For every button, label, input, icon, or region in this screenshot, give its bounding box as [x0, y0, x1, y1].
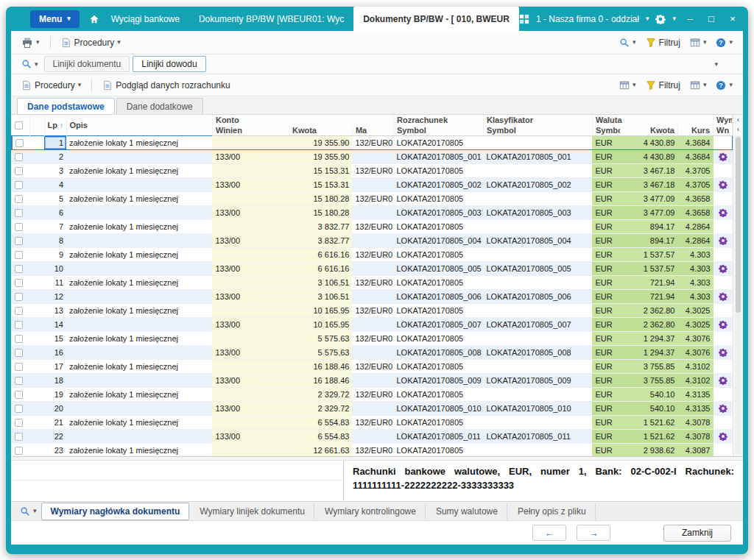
row-checkbox[interactable]: [15, 419, 23, 427]
tab-wymiary-kontrolingowe[interactable]: Wymiary kontrolingowe: [316, 503, 426, 520]
table-row[interactable]: 4133/0015 153.31LOKATA20170805_002LOKATA…: [12, 177, 733, 191]
collapse-ribbon-chevron[interactable]: ▾: [714, 61, 718, 68]
view-selector-button[interactable]: ▾: [616, 79, 639, 92]
col-waluta-kwota[interactable]: Kwota: [620, 125, 677, 135]
col-kwota[interactable]: Kwota: [289, 125, 352, 135]
table-row[interactable]: 11założenie lokaty 1 miesięcznej3 106.51…: [12, 275, 733, 289]
menu-button[interactable]: Menu ▾: [30, 10, 80, 28]
gear-icon[interactable]: [719, 348, 727, 357]
row-checkbox[interactable]: [15, 405, 23, 413]
table-row[interactable]: 10133/006 616.16LOKATA20170805_005LOKATA…: [12, 261, 733, 275]
table-row[interactable]: 13założenie lokaty 1 miesięcznej10 165.9…: [12, 303, 733, 317]
row-checkbox[interactable]: [15, 377, 23, 385]
row-checkbox[interactable]: [15, 433, 23, 441]
table-row[interactable]: 9założenie lokaty 1 miesięcznej6 616.161…: [12, 247, 733, 261]
gear-icon[interactable]: [719, 376, 727, 385]
table-row[interactable]: 21założenie lokaty 1 miesięcznej6 554.83…: [12, 415, 733, 429]
gear-icon[interactable]: [719, 264, 727, 273]
row-checkbox[interactable]: [15, 307, 23, 315]
prev-button[interactable]: ←: [532, 525, 566, 541]
zoom-table-button[interactable]: ▾: [616, 36, 639, 49]
row-checkbox[interactable]: [15, 279, 23, 287]
row-checkbox[interactable]: [15, 321, 23, 329]
gear-icon[interactable]: [719, 236, 727, 245]
search-list-button[interactable]: ▾: [18, 57, 41, 71]
row-checkbox[interactable]: [15, 265, 23, 273]
help-button[interactable]: ▾: [713, 36, 736, 49]
maximize-button[interactable]: □: [704, 13, 719, 24]
collapse-left-icon[interactable]: ‹: [737, 115, 739, 124]
table-row[interactable]: 16133/005 575.63LOKATA20170805_008LOKATA…: [12, 345, 733, 359]
scrollbar-thumb[interactable]: [736, 137, 741, 313]
table-row[interactable]: 23założenie lokaty 1 miesięcznej12 661.6…: [12, 443, 733, 456]
tab-linijki-dowodu[interactable]: Linijki dowodu: [133, 56, 205, 72]
col-klasyfikator-symbol[interactable]: Symbol: [483, 125, 592, 135]
table-row[interactable]: 1założenie lokaty 1 miesięcznej19 355.90…: [12, 135, 733, 149]
table-row[interactable]: 17założenie lokaty 1 miesięcznej16 188.4…: [12, 359, 733, 373]
table-row[interactable]: 19założenie lokaty 1 miesięcznej2 329.72…: [12, 387, 733, 401]
row-checkbox[interactable]: [15, 167, 23, 175]
titlebar-tab-wyciagi[interactable]: Wyciągi bankowe: [102, 7, 189, 31]
gear-icon[interactable]: [719, 208, 727, 217]
row-checkbox[interactable]: [15, 153, 23, 161]
zamknij-button[interactable]: Zamknij: [663, 525, 731, 542]
gear-icon[interactable]: [655, 14, 666, 24]
gear-icon[interactable]: [719, 320, 727, 329]
tab-dane-dodatkowe[interactable]: Dane dodatkowe: [116, 98, 203, 114]
header-checkbox[interactable]: [15, 121, 23, 130]
podglad-rozrachunku-button[interactable]: Podgląd danych rozrachunku: [99, 79, 233, 92]
tab-wymiary-naglowka[interactable]: Wymiary nagłówka dokumentu: [41, 503, 190, 520]
select-all-cell[interactable]: [12, 115, 29, 135]
modules-grid-icon[interactable]: [519, 14, 529, 24]
procedury-button-2[interactable]: Procedury▾: [18, 79, 84, 92]
table-row[interactable]: 12133/003 106.51LOKATA20170805_006LOKATA…: [12, 289, 733, 303]
tab-sumy-walutowe[interactable]: Sumy walutowe: [427, 503, 507, 520]
next-button[interactable]: →: [577, 525, 610, 541]
tab-linijki-dokumentu[interactable]: Linijki dokumentu: [44, 56, 130, 72]
table-row[interactable]: 18133/0016 188.46LOKATA20170805_009LOKAT…: [12, 373, 733, 387]
table-row[interactable]: 22133/006 554.83LOKATA20170805_011LOKATA…: [12, 429, 733, 443]
gear-icon[interactable]: [719, 180, 727, 189]
minimize-button[interactable]: –: [683, 13, 697, 24]
help-button-2[interactable]: ▾: [713, 79, 736, 92]
tab-dane-podstawowe[interactable]: Dane podstawowe: [17, 98, 115, 114]
row-checkbox[interactable]: [15, 335, 23, 343]
row-checkbox[interactable]: [15, 223, 23, 231]
filter-button-2[interactable]: Filtruj: [643, 79, 683, 92]
row-checkbox[interactable]: [15, 293, 23, 301]
col-opis[interactable]: Opis: [66, 115, 212, 135]
row-checkbox[interactable]: [15, 391, 23, 399]
company-selector[interactable]: 1 - Nasza firma 0 - oddział: [536, 14, 639, 24]
col-lp[interactable]: Lp↑: [44, 115, 66, 135]
row-checkbox[interactable]: [15, 181, 23, 189]
col-rozrachunek-symbol[interactable]: Symbol: [393, 125, 483, 135]
tab-pelny-opis[interactable]: Pełny opis z pliku: [509, 503, 596, 520]
print-button[interactable]: ▾: [18, 35, 43, 50]
table-row[interactable]: 7założenie lokaty 1 miesięcznej3 832.771…: [12, 219, 733, 233]
table-row[interactable]: 14133/0010 165.95LOKATA20170805_007LOKAT…: [12, 317, 733, 331]
table-row[interactable]: 15założenie lokaty 1 miesięcznej5 575.63…: [12, 331, 733, 345]
table-row[interactable]: 2133/0019 355.90LOKATA20170805_001LOKATA…: [12, 149, 733, 163]
gear-icon[interactable]: [719, 404, 727, 413]
col-kurs[interactable]: Kurs: [677, 125, 713, 135]
procedury-button[interactable]: Procedury▾: [58, 36, 124, 49]
col-wn[interactable]: Wn: [714, 125, 733, 135]
search-list-button-bottom[interactable]: ▾: [17, 505, 40, 518]
filter-button[interactable]: Filtruj: [643, 36, 683, 49]
gear-icon[interactable]: [719, 152, 727, 161]
gear-icon[interactable]: [719, 292, 727, 301]
gear-icon[interactable]: [719, 432, 727, 441]
row-checkbox[interactable]: [15, 251, 23, 259]
row-checkbox[interactable]: [15, 209, 23, 217]
layout-button[interactable]: ▾: [687, 36, 710, 49]
row-checkbox[interactable]: [15, 447, 23, 455]
row-checkbox[interactable]: [15, 195, 23, 203]
table-row[interactable]: 8133/003 832.77LOKATA20170805_004LOKATA2…: [12, 233, 733, 247]
layout-button-2[interactable]: ▾: [687, 79, 710, 92]
col-ma[interactable]: Ma: [352, 125, 393, 135]
collapse-left-icon[interactable]: ‹: [737, 124, 739, 134]
tab-wymiary-linijek[interactable]: Wymiary linijek dokumentu: [191, 503, 314, 520]
table-row[interactable]: 6133/0015 180.28LOKATA20170805_003LOKATA…: [12, 205, 733, 219]
titlebar-tab-dokumenty-1[interactable]: Dokumenty BP/BW [WBEUR01: Wyc: [189, 7, 353, 31]
close-button[interactable]: ×: [725, 13, 740, 24]
